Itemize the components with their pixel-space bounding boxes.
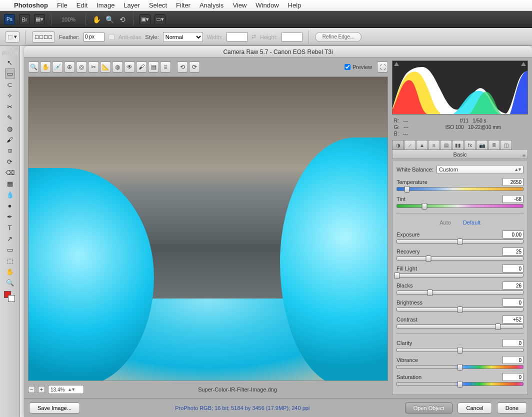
rotate-cw-tool[interactable]: ⟳ (189, 62, 200, 72)
menu-window[interactable]: Window (256, 2, 278, 9)
gradient-tool[interactable]: ▦ (5, 178, 15, 188)
contrast-value[interactable] (502, 316, 524, 324)
fullscreen-toggle[interactable]: ⛶ (377, 62, 388, 72)
cancel-button[interactable]: Cancel (458, 402, 492, 414)
eyedropper-tool[interactable]: ✎ (5, 112, 15, 122)
temperature-value[interactable] (502, 178, 524, 186)
lasso-tool[interactable]: ⊂ (5, 80, 15, 90)
tab-detail[interactable]: ▲ (416, 140, 428, 150)
type-tool[interactable]: T (5, 222, 15, 232)
done-button[interactable]: Done (497, 402, 527, 414)
crop-tool-cr[interactable]: ✂ (88, 62, 99, 72)
menu-analysis[interactable]: Analysis (200, 2, 224, 9)
rotate-view-icon[interactable]: ⟲ (118, 15, 127, 24)
tab-preset[interactable]: ≣ (488, 140, 500, 150)
zoom-in-button[interactable]: + (38, 386, 45, 393)
crop-tool[interactable]: ✂ (5, 102, 15, 112)
healing-tool[interactable]: ◍ (5, 124, 15, 134)
stamp-tool[interactable]: ⧈ (5, 146, 15, 156)
prefs-tool[interactable]: ≡ (160, 62, 171, 72)
bridge-button[interactable]: Br (19, 14, 30, 25)
tab-basic[interactable]: ◑ (392, 140, 404, 150)
vibrance-value[interactable] (502, 356, 524, 364)
saturation-slider[interactable]: Saturation (396, 373, 524, 386)
arrange-docs-button[interactable]: ▣▾ (140, 14, 150, 25)
zoom-level[interactable]: 100% (58, 16, 80, 22)
menu-filter[interactable]: Filter (176, 2, 190, 9)
dodge-tool[interactable]: ● (5, 200, 15, 210)
hand-tool-cr[interactable]: ✋ (40, 62, 51, 72)
straighten-tool[interactable]: 📐 (100, 62, 111, 72)
menu-view[interactable]: View (232, 2, 246, 9)
menu-layer[interactable]: Layer (124, 2, 140, 9)
brightness-slider[interactable]: Brightness (396, 298, 524, 312)
pen-tool[interactable]: ✒ (5, 212, 15, 222)
zoom-field[interactable]: 13.4%▲▼ (48, 385, 84, 394)
auto-link[interactable]: Auto (440, 220, 451, 226)
adjust-brush-tool[interactable]: 🖌 (136, 62, 147, 72)
color-sampler-tool[interactable]: ⊕ (64, 62, 75, 72)
marquee-mode-group[interactable]: ◻◻◻◻ (32, 32, 55, 42)
screen-mode2-button[interactable]: ▭▾ (154, 14, 166, 25)
zoom-tool[interactable]: 🔍 (5, 278, 15, 288)
workflow-info[interactable]: ProPhoto RGB; 16 bit; 5184 by 3456 (17.9… (85, 405, 400, 411)
blacks-value[interactable] (502, 282, 524, 290)
menu-help[interactable]: Help (288, 2, 302, 9)
ps-logo-icon[interactable]: Ps (4, 14, 15, 25)
history-brush-tool[interactable]: ⟳ (5, 156, 15, 166)
feather-input[interactable] (84, 32, 104, 42)
tab-cal[interactable]: 📷 (476, 140, 488, 150)
shape-tool[interactable]: ▭ (5, 244, 15, 254)
rotate-ccw-tool[interactable]: ⟲ (177, 62, 188, 72)
recovery-slider[interactable]: Recovery (396, 248, 524, 260)
target-adjust-tool[interactable]: ◎ (76, 62, 87, 72)
menu-edit[interactable]: Edit (76, 2, 88, 9)
wb-select[interactable]: Custom▲▼ (436, 165, 524, 174)
tab-split[interactable]: ▤ (440, 140, 452, 150)
blur-tool[interactable]: 💧 (5, 190, 15, 200)
grad-filter-tool[interactable]: ▤ (148, 62, 159, 72)
refine-edge-button[interactable]: Refine Edge... (315, 32, 362, 42)
recovery-value[interactable] (502, 248, 524, 256)
open-object-button[interactable]: Open Object (405, 402, 453, 414)
exposure-value[interactable] (502, 230, 524, 238)
tool-preset[interactable]: ⬚ ▾ (5, 32, 20, 42)
fill-value[interactable] (502, 264, 524, 272)
color-swatches[interactable] (3, 291, 17, 301)
marquee-tool[interactable]: ▭ (5, 68, 15, 78)
zoom-tool-icon[interactable]: 🔍 (105, 15, 114, 24)
eraser-tool[interactable]: ⌫ (5, 168, 15, 178)
background-color[interactable] (8, 295, 15, 302)
tint-slider[interactable]: Tint (396, 195, 524, 208)
fill-slider[interactable]: Fill Light (396, 264, 524, 278)
move-tool[interactable]: ↖ (5, 58, 15, 68)
redeye-tool[interactable]: 👁 (124, 62, 135, 72)
palette-grip[interactable] (2, 51, 18, 55)
panel-menu-icon[interactable]: ≡ (522, 152, 526, 160)
style-select[interactable]: Normal (163, 32, 203, 42)
blacks-slider[interactable]: Blacks (396, 282, 524, 294)
menu-file[interactable]: File (57, 2, 68, 9)
clarity-value[interactable] (502, 339, 524, 347)
brightness-value[interactable] (502, 298, 524, 306)
wb-tool[interactable]: 💉 (52, 62, 63, 72)
hand-tool[interactable]: ✋ (5, 266, 15, 276)
hand-tool-icon[interactable]: ✋ (92, 15, 101, 24)
clarity-slider[interactable]: Clarity (396, 339, 524, 352)
histogram[interactable] (392, 60, 528, 114)
menu-image[interactable]: Image (96, 2, 114, 9)
default-link[interactable]: Default (463, 220, 480, 226)
tab-curve[interactable]: ⟋ (404, 140, 416, 150)
temperature-slider[interactable]: Temperature (396, 178, 524, 191)
saturation-value[interactable] (502, 373, 524, 381)
wand-tool[interactable]: ✧ (5, 90, 15, 100)
tab-snap[interactable]: ◫ (500, 140, 512, 150)
tint-value[interactable] (502, 195, 524, 203)
spot-tool[interactable]: ◍ (112, 62, 123, 72)
zoom-out-button[interactable]: − (28, 386, 35, 393)
tab-fx[interactable]: fx (464, 140, 476, 150)
vibrance-slider[interactable]: Vibrance (396, 356, 524, 369)
contrast-slider[interactable]: Contrast (396, 316, 524, 328)
image-preview[interactable] (28, 76, 388, 381)
save-image-button[interactable]: Save Image... (29, 402, 80, 414)
